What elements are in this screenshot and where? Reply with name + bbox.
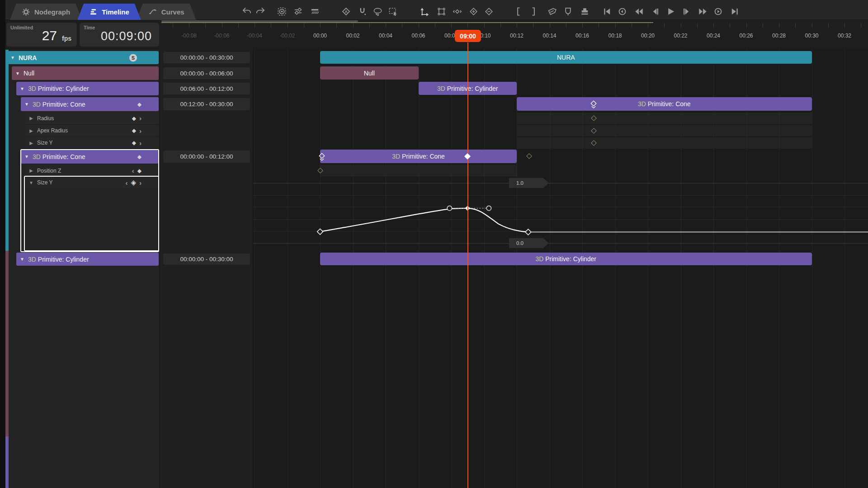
lasso-select-icon[interactable] <box>372 6 383 17</box>
clip-range-cone-1[interactable]: 00:12:00 - 00:30:00 <box>163 98 250 110</box>
keyframe-nav-icons[interactable]: ‹◈› <box>125 177 142 188</box>
step-forward-icon[interactable] <box>681 6 692 17</box>
keyframe-nav-icons[interactable]: ◆› <box>132 113 142 124</box>
keyframe-remove-icon[interactable] <box>483 6 494 17</box>
layer-row-nura[interactable]: ▼NURAS <box>7 51 159 64</box>
clip-bar-cone-2[interactable]: 3D Primitive: Cone <box>320 150 517 163</box>
track-strip-apex-radius[interactable] <box>517 125 812 137</box>
next-keyframe-icon[interactable]: › <box>139 140 142 146</box>
tab-timeline[interactable]: Timeline <box>77 4 141 20</box>
prev-keyframe-icon[interactable]: ‹ <box>125 179 127 186</box>
marker-pin-icon[interactable] <box>562 6 573 17</box>
collapse-triangle-icon[interactable]: ▶ <box>25 116 37 121</box>
keyframe-icon[interactable]: ◆ <box>137 154 142 160</box>
keyframe-icon[interactable]: ◆ <box>132 127 136 134</box>
autokey-icon[interactable]: A <box>340 6 351 17</box>
collapse-triangle-icon[interactable]: ▶ <box>25 128 37 133</box>
layer-row-cone-2[interactable]: ▼3D Primitive: Cone◆ <box>21 150 159 164</box>
expand-triangle-icon[interactable]: ▼ <box>21 102 33 107</box>
layer-row-size-y-2[interactable]: ▼Size Y‹◈› <box>25 177 159 188</box>
keyframe-icon[interactable]: ◆ <box>137 101 142 108</box>
solo-badge[interactable]: S <box>129 54 137 61</box>
collapse-triangle-icon[interactable]: ▶ <box>25 168 37 173</box>
filter-sliders-icon[interactable] <box>292 6 303 17</box>
curve-path[interactable] <box>320 208 528 232</box>
layer-row-cylinder-2[interactable]: ▼3D Primitive: Cylinder <box>16 253 159 266</box>
keyframe-add-icon[interactable] <box>468 6 479 17</box>
layer-row-null[interactable]: ▼Null <box>12 66 159 80</box>
play-reverse-loop-icon[interactable] <box>617 6 627 17</box>
skip-to-end-icon[interactable] <box>729 6 740 17</box>
keyframe-selected-icon[interactable]: ◈ <box>131 178 136 187</box>
layer-row-cylinder-1[interactable]: ▼3D Primitive: Cylinder <box>16 82 159 95</box>
clip-bar-cone-1[interactable]: 3D Primitive: Cone <box>517 97 812 111</box>
layer-row-cone-1[interactable]: ▼3D Primitive: Cone◆ <box>21 97 159 111</box>
keyframe-nav-icons[interactable]: ◆ <box>137 150 142 164</box>
clip-range-cylinder-2[interactable]: 00:00:00 - 00:30:00 <box>163 253 250 265</box>
clip-range-null[interactable]: 00:00:00 - 00:06:00 <box>163 67 250 79</box>
skip-to-start-icon[interactable] <box>601 6 612 17</box>
timeline-track-area[interactable]: 1.00.0NURANull3D Primitive: Cylinder3D P… <box>253 49 868 488</box>
onion-skin-icon[interactable] <box>309 6 320 17</box>
expand-triangle-icon[interactable]: ▼ <box>21 154 33 159</box>
layer-row-radius[interactable]: ▶Radius◆› <box>25 113 159 124</box>
undo-icon[interactable] <box>241 6 252 17</box>
bracket-in-icon[interactable] <box>513 6 524 17</box>
keyframe-icon[interactable]: ◆ <box>137 168 142 174</box>
clip-range-cone-2[interactable]: 00:00:00 - 00:12:00 <box>163 150 250 163</box>
tag-icon[interactable] <box>546 6 557 17</box>
expand-triangle-icon[interactable]: ▼ <box>25 180 37 185</box>
move-axis-icon[interactable] <box>419 6 430 17</box>
clip-bar-null[interactable]: Null <box>320 66 419 80</box>
tab-curves[interactable]: Curves <box>137 4 196 20</box>
track-strip-radius[interactable] <box>517 113 812 125</box>
expand-triangle-icon[interactable]: ▼ <box>16 257 28 262</box>
next-keyframe-icon[interactable]: › <box>139 179 142 186</box>
keyframe-diamond[interactable] <box>526 153 532 159</box>
stacked-keyframes-icon[interactable] <box>590 100 597 109</box>
clip-bar-nura[interactable]: NURA <box>320 51 812 64</box>
track-strip-size-y-1[interactable] <box>517 137 812 149</box>
layer-row-position-z[interactable]: ▶Position Z‹◆ <box>25 165 159 177</box>
layer-row-size-y-1[interactable]: ▶Size Y◆› <box>25 137 159 149</box>
fps-box[interactable]: Unlimited 27 fps <box>6 23 77 47</box>
ruler-tick-label: 00:24 <box>707 33 720 39</box>
redo-icon[interactable] <box>255 6 265 17</box>
expand-triangle-icon[interactable]: ▼ <box>12 71 24 76</box>
stacked-keyframes-icon[interactable] <box>319 153 325 161</box>
layer-row-apex-radius[interactable]: ▶Apex Radius◆› <box>25 125 159 136</box>
keyframe-nudge-icon[interactable] <box>452 6 462 17</box>
tab-nodegraph[interactable]: Nodegraph <box>10 4 82 20</box>
next-keyframe-icon[interactable]: › <box>139 127 142 134</box>
play-icon[interactable] <box>665 6 676 17</box>
marquee-select-icon[interactable] <box>387 6 398 17</box>
curve-keyframe-end[interactable] <box>525 229 531 235</box>
clip-bar-cylinder-2[interactable]: 3D Primitive: Cylinder <box>320 253 812 265</box>
collapse-triangle-icon[interactable]: ▶ <box>25 141 37 145</box>
keyframe-icon[interactable]: ◆ <box>132 115 136 122</box>
keyframe-nav-icons[interactable]: ◆› <box>132 125 142 136</box>
bracket-out-icon[interactable] <box>528 6 538 17</box>
keyframe-nav-icons[interactable]: ‹◆ <box>132 165 142 176</box>
playhead-badge[interactable]: 09:00 <box>455 30 481 42</box>
time-box[interactable]: Time 00:09:00 <box>80 23 159 47</box>
snap-magnet-icon[interactable] <box>357 6 368 17</box>
keyframe-icon[interactable]: ◆ <box>132 140 136 146</box>
step-back-icon[interactable] <box>650 6 660 17</box>
clip-range-cylinder-1[interactable]: 00:06:00 - 00:12:00 <box>163 83 250 94</box>
clip-range-nura[interactable]: 00:00:00 - 00:30:00 <box>163 52 250 63</box>
fast-forward-icon[interactable] <box>697 6 708 17</box>
timeline-ruler[interactable]: -00:08-00:06-00:04-00:0200:0000:0200:040… <box>161 20 868 49</box>
expand-triangle-icon[interactable]: ▼ <box>7 55 19 60</box>
record-keyframe-icon[interactable] <box>276 6 287 17</box>
loop-icon[interactable] <box>712 6 723 17</box>
playhead-line[interactable] <box>467 42 468 488</box>
flatten-icon[interactable] <box>579 6 590 17</box>
keyframe-nav-icons[interactable]: ◆ <box>137 97 142 111</box>
prev-keyframe-icon[interactable]: ‹ <box>132 167 134 174</box>
rewind-icon[interactable] <box>633 6 644 17</box>
keyframe-nav-icons[interactable]: ◆› <box>132 137 142 148</box>
next-keyframe-icon[interactable]: › <box>139 115 142 122</box>
expand-triangle-icon[interactable]: ▼ <box>16 86 28 91</box>
transform-box-icon[interactable] <box>436 6 447 17</box>
